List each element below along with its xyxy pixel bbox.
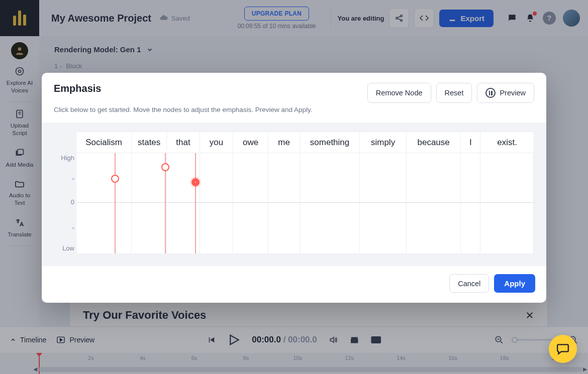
preview-label: Preview: [500, 89, 526, 97]
plot-column[interactable]: [360, 153, 407, 254]
plot-column[interactable]: [300, 153, 360, 254]
words-row: Socialismstatesthatyouowemesomethingsimp…: [76, 132, 534, 153]
word-cell[interactable]: exist.: [480, 132, 534, 153]
emphasis-plot[interactable]: High 0 Low: [76, 153, 534, 254]
word-cell[interactable]: you: [200, 132, 233, 153]
chat-icon: [556, 342, 570, 355]
chat-fab[interactable]: [549, 335, 577, 363]
word-cell[interactable]: owe: [233, 132, 268, 153]
plot-column[interactable]: [268, 153, 300, 254]
preview-emphasis-button[interactable]: Preview: [477, 83, 534, 103]
emphasis-node[interactable]: [191, 178, 200, 186]
word-cell[interactable]: something: [300, 132, 360, 153]
cancel-button[interactable]: Cancel: [449, 274, 489, 293]
plot-column[interactable]: [233, 153, 268, 254]
emphasis-stem: [115, 153, 116, 254]
preview-play-icon: [485, 88, 496, 98]
plot-column[interactable]: [407, 153, 461, 254]
modal-subtitle: Click below to get started. Move the nod…: [42, 106, 546, 122]
axis-tick: [54, 174, 74, 182]
emphasis-graph[interactable]: Socialismstatesthatyouowemesomethingsimp…: [76, 132, 534, 254]
emphasis-graph-area: Socialismstatesthatyouowemesomethingsimp…: [42, 122, 546, 266]
emphasis-node[interactable]: [111, 175, 119, 183]
reset-button[interactable]: Reset: [436, 83, 472, 103]
modal-header: Emphasis Remove Node Reset Preview: [42, 73, 546, 106]
emphasis-node[interactable]: [161, 163, 169, 171]
axis-label-zero: 0: [54, 198, 74, 206]
word-cell[interactable]: simply: [360, 132, 407, 153]
modal-title: Emphasis: [54, 83, 101, 94]
remove-node-button[interactable]: Remove Node: [367, 83, 431, 103]
apply-button[interactable]: Apply: [494, 274, 535, 293]
word-cell[interactable]: Socialism: [76, 132, 132, 153]
word-cell[interactable]: states: [132, 132, 167, 153]
word-cell[interactable]: because: [407, 132, 461, 153]
plot-column[interactable]: [461, 153, 480, 254]
axis-label-low: Low: [54, 244, 74, 252]
word-cell[interactable]: I: [461, 132, 480, 153]
axis-label-high: High: [54, 154, 74, 162]
modal-footer: Cancel Apply: [42, 266, 546, 303]
plot-column[interactable]: [480, 153, 534, 254]
plot-column[interactable]: [76, 153, 132, 254]
word-cell[interactable]: that: [167, 132, 200, 153]
axis-tick: [54, 223, 74, 231]
emphasis-stem: [195, 153, 196, 254]
word-cell[interactable]: me: [268, 132, 300, 153]
plot-column[interactable]: [200, 153, 233, 254]
emphasis-modal: Emphasis Remove Node Reset Preview Click…: [42, 73, 546, 303]
